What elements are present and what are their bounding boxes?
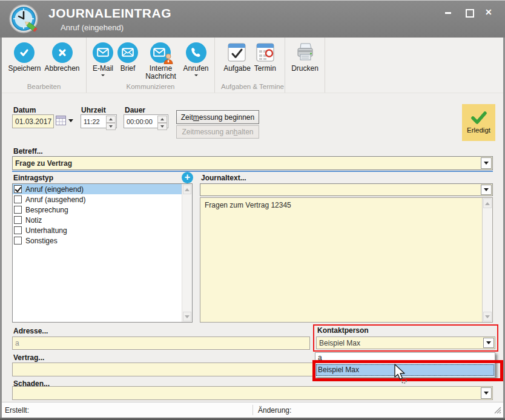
journal-text-scrollbar[interactable] bbox=[482, 198, 492, 322]
task-icon bbox=[226, 42, 248, 63]
entry-type-scrollbar[interactable] bbox=[182, 184, 192, 322]
save-button[interactable]: Speichern bbox=[6, 41, 42, 74]
contact-person-combobox[interactable]: Beispiel Max bbox=[316, 336, 495, 349]
duration-label: Dauer bbox=[125, 106, 145, 114]
window-border-bottom bbox=[0, 418, 505, 420]
letter-icon bbox=[117, 42, 138, 63]
scroll-down-icon[interactable] bbox=[183, 312, 191, 321]
titlebar: JOURNALEINTRAG Anruf (eingehend) bbox=[0, 0, 505, 38]
time-spin-buttons bbox=[106, 116, 116, 127]
time-spinner[interactable]: 11:22 bbox=[81, 114, 117, 128]
email-dropdown-icon[interactable] bbox=[101, 74, 105, 78]
duration-spinner[interactable]: 00:00:00 bbox=[124, 114, 168, 128]
damage-dropdown-icon[interactable] bbox=[481, 387, 492, 399]
date-picker-button[interactable] bbox=[56, 116, 73, 125]
ribbon-filler bbox=[325, 38, 503, 93]
address-field[interactable]: a bbox=[12, 336, 310, 350]
window-border-left bbox=[0, 38, 2, 418]
subject-focus-underline bbox=[12, 171, 493, 172]
time-value: 11:22 bbox=[84, 118, 100, 125]
checkbox-icon[interactable] bbox=[14, 237, 22, 244]
window-controls bbox=[444, 7, 494, 18]
add-entry-type-icon[interactable] bbox=[182, 172, 193, 183]
time-up-icon[interactable] bbox=[106, 116, 116, 123]
window-title: JOURNALEINTRAG bbox=[48, 6, 171, 21]
entry-type-option[interactable]: Besprechung bbox=[13, 205, 182, 215]
entry-type-option[interactable]: Notiz bbox=[13, 215, 182, 225]
print-button[interactable]: Drucken bbox=[289, 41, 320, 74]
ribbon-group-bearbeiten: Speichern Abbrechen Bearbeiten bbox=[2, 38, 87, 93]
minimize-icon[interactable] bbox=[444, 8, 453, 17]
entry-type-option[interactable]: Unterhaltung bbox=[13, 225, 182, 235]
entry-type-option[interactable]: Sonstiges bbox=[13, 235, 182, 246]
phone-icon bbox=[186, 42, 206, 63]
internal-message-button[interactable]: Interne Nachricht bbox=[140, 41, 181, 82]
call-dropdown-icon[interactable] bbox=[194, 74, 198, 78]
email-button[interactable]: E-Mail bbox=[90, 41, 115, 79]
close-icon[interactable] bbox=[485, 8, 494, 17]
scroll-up-icon[interactable] bbox=[483, 199, 492, 208]
subject-combobox[interactable]: Frage zu Vertrag bbox=[12, 156, 493, 170]
modified-status: Änderung: bbox=[258, 406, 291, 415]
address-value: a bbox=[15, 339, 19, 347]
checkbox-icon[interactable] bbox=[14, 206, 22, 214]
subject-dropdown-icon[interactable] bbox=[481, 157, 492, 169]
checkbox-icon[interactable] bbox=[14, 195, 22, 203]
status-divider bbox=[252, 405, 253, 415]
task-button[interactable]: Aufgabe bbox=[222, 41, 252, 74]
date-dropdown-icon bbox=[68, 119, 73, 125]
check-circle-icon bbox=[14, 42, 35, 63]
appointment-button[interactable]: Termin bbox=[252, 41, 278, 74]
person-icon bbox=[163, 53, 173, 64]
ribbon-group-drucken: Drucken bbox=[285, 38, 325, 93]
group-label-aufgaben-termine: Aufgaben & Termine bbox=[215, 82, 285, 93]
date-label: Datum bbox=[13, 106, 36, 114]
ribbon-group-kommunizieren: E-Mail Brief bbox=[87, 38, 215, 93]
date-field[interactable]: 01.03.2017 bbox=[12, 114, 54, 128]
time-down-icon[interactable] bbox=[106, 123, 116, 130]
start-timer-button[interactable]: Zeitmessung beginnen bbox=[176, 110, 259, 124]
journal-text-combobox[interactable] bbox=[200, 183, 493, 196]
duration-value: 00:00:00 bbox=[127, 118, 153, 125]
journal-text-label: Journaltext... bbox=[201, 174, 246, 182]
subject-label: Betreff... bbox=[13, 147, 43, 156]
group-label-bearbeiten: Bearbeiten bbox=[2, 82, 86, 93]
date-value: 01.03.2017 bbox=[15, 117, 51, 126]
contract-label: Vertrag... bbox=[13, 353, 44, 362]
entry-type-option[interactable]: Anruf (eingehend) bbox=[13, 184, 182, 194]
journal-text-dropdown-icon[interactable] bbox=[481, 185, 492, 195]
contact-person-label: Kontaktperson bbox=[317, 326, 369, 335]
maximize-icon[interactable] bbox=[464, 8, 474, 17]
ribbon-group-aufgaben-termine: Aufgabe bbox=[215, 38, 285, 93]
resize-grip[interactable] bbox=[493, 406, 501, 416]
calendar-picker-icon bbox=[56, 116, 66, 125]
calendar-icon bbox=[254, 42, 276, 63]
scroll-up-icon[interactable] bbox=[183, 185, 191, 194]
journal-entry-window: JOURNALEINTRAG Anruf (eingehend) Speiche… bbox=[0, 0, 505, 420]
checkbox-icon[interactable] bbox=[14, 216, 22, 224]
printer-icon bbox=[294, 42, 315, 63]
journal-clock-icon bbox=[9, 4, 40, 35]
group-label-empty bbox=[285, 90, 325, 93]
duration-down-icon[interactable] bbox=[157, 123, 167, 130]
checkbox-checked-icon[interactable] bbox=[14, 185, 22, 193]
contact-person-dropdown-icon[interactable] bbox=[483, 338, 494, 348]
window-subtitle: Anruf (eingehend) bbox=[61, 23, 124, 32]
done-button[interactable]: Erledigt bbox=[462, 104, 495, 141]
duration-up-icon[interactable] bbox=[157, 116, 167, 123]
journal-text-content: Fragen zum Vertrag 12345 bbox=[205, 201, 479, 209]
damage-combobox[interactable] bbox=[12, 386, 493, 400]
journal-text-area[interactable]: Fragen zum Vertrag 12345 bbox=[200, 197, 493, 323]
entry-type-option[interactable]: Anruf (ausgehend) bbox=[13, 194, 182, 205]
time-label: Uhrzeit bbox=[81, 106, 106, 114]
subject-value: Frage zu Vertrag bbox=[15, 159, 72, 168]
scroll-down-icon[interactable] bbox=[483, 312, 492, 321]
email-icon bbox=[93, 42, 113, 63]
ribbon-toolbar: Speichern Abbrechen Bearbeiten E-Mail bbox=[2, 38, 503, 93]
checkbox-icon[interactable] bbox=[14, 226, 22, 234]
letter-button[interactable]: Brief bbox=[115, 41, 140, 74]
call-button[interactable]: Anrufen bbox=[181, 41, 210, 79]
cancel-button[interactable]: Abbrechen bbox=[43, 41, 82, 74]
entry-type-label: Eintragstyp bbox=[13, 174, 53, 182]
contact-person-value: Beispiel Max bbox=[319, 339, 360, 347]
